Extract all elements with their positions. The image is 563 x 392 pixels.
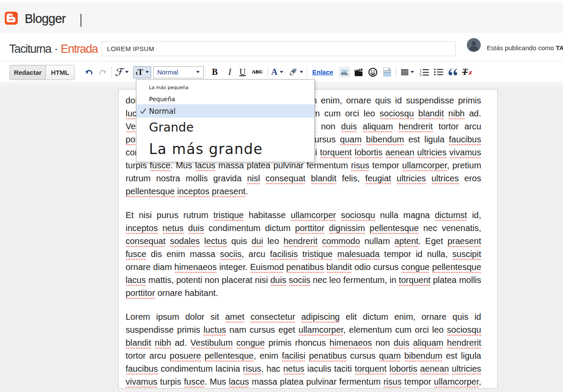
misspelled-word: quam [340, 135, 362, 145]
misspelled-word: netus [283, 364, 304, 375]
publishing-as-user: TAC [556, 44, 563, 51]
misspelled-word: inceptos [177, 186, 210, 197]
toolbar-separator [205, 67, 205, 78]
misspelled-word: himenaeos [330, 338, 372, 349]
misspelled-word: lacus [229, 377, 249, 388]
redo-icon [99, 69, 107, 75]
size-option-la-m-s-peque-a[interactable]: La más pequeña [136, 81, 314, 93]
misspelled-word: pellentesque [432, 262, 481, 273]
font-size-button[interactable]: tT [133, 66, 151, 78]
compose-mode-button[interactable]: Redactar [10, 65, 46, 80]
misspelled-word: nibh [155, 338, 171, 349]
brand-caret [81, 14, 81, 27]
undo-icon [85, 69, 93, 75]
blogger-logo-icon[interactable] [5, 12, 18, 25]
misspelled-word: nibh [448, 109, 465, 119]
misspelled-word: fusce [126, 249, 146, 260]
size-option-normal[interactable]: Normal [136, 104, 314, 118]
clear-formatting-button[interactable]: T ✗ [459, 67, 474, 77]
strikethrough-button[interactable]: ABC [248, 69, 266, 75]
misspelled-word: Vestibulum [191, 338, 233, 349]
numbered-list-icon: 1 2 3 [420, 68, 429, 76]
insert-emoji-icon [368, 67, 378, 77]
misspelled-word: aenean [385, 148, 414, 158]
misspelled-word: facilisis [270, 249, 298, 260]
font-family-icon: ℱ [115, 67, 123, 77]
undo-button[interactable] [81, 69, 96, 75]
misspelled-word: nisl [247, 174, 260, 184]
insert-video-icon [353, 67, 363, 77]
misspelled-word: fusce [184, 377, 205, 388]
insert-emoji-button[interactable] [366, 67, 380, 77]
dot-separator: · [54, 42, 58, 56]
text-background-button[interactable] [286, 68, 305, 76]
misspelled-word: risus [351, 161, 369, 171]
text-color-button[interactable]: A [270, 67, 285, 77]
blog-name[interactable]: Taciturna [9, 42, 51, 56]
misspelled-word: hendrerit [447, 338, 481, 349]
size-option-grande[interactable]: Grande [136, 118, 314, 137]
misspelled-word: torquent [399, 275, 430, 286]
chevron-down-icon [196, 71, 200, 73]
toolbar-separator [111, 67, 112, 78]
alignment-button[interactable] [400, 69, 415, 75]
misspelled-word: pellentesque [369, 223, 418, 234]
misspelled-word: hendrerit [398, 122, 433, 132]
redo-button[interactable] [96, 69, 110, 75]
misspelled-word: praesent [212, 186, 246, 197]
misspelled-word: himenaeos [175, 262, 217, 273]
align-justify-icon [401, 69, 408, 75]
brand-wordmark: Blogger [25, 12, 65, 25]
numbered-list-button[interactable]: 1 2 3 [417, 68, 432, 76]
underline-button[interactable]: U [237, 67, 248, 77]
misspelled-word: vivamus [126, 377, 157, 388]
misspelled-word: blandit [327, 262, 352, 273]
misspelled-word: inceptos [126, 223, 158, 234]
misspelled-word: duis [188, 223, 204, 234]
editor-paragraph: Et nisi purus rutrum tristique habitasse… [126, 209, 481, 299]
misspelled-word: luctus [204, 325, 226, 336]
misspelled-word: suscipit [452, 249, 481, 260]
misspelled-word: consectetur [250, 312, 295, 323]
insert-image-button[interactable] [337, 67, 351, 77]
post-title-input[interactable] [101, 41, 456, 56]
misspelled-word: praesent [447, 236, 481, 247]
html-mode-button[interactable]: HTML [46, 65, 74, 80]
misspelled-word: congue [401, 262, 430, 273]
misspelled-word: tristique [302, 249, 333, 260]
app-header: Blogger [0, 0, 563, 33]
insert-video-button[interactable] [351, 67, 366, 77]
highlight-marker-icon [289, 68, 298, 76]
editor-paragraph: Lorem ipsum dolor sit amet consectetur a… [126, 310, 481, 389]
misspelled-word: faucibus [126, 364, 158, 375]
paragraph-format-select[interactable]: Normal [153, 66, 204, 78]
blockquote-button[interactable] [446, 68, 459, 76]
misspelled-word: dui [252, 236, 263, 247]
font-family-button[interactable]: ℱ [113, 67, 130, 77]
misspelled-word: torquent [355, 364, 386, 375]
size-option-label: Grande [149, 120, 194, 135]
bullet-list-button[interactable] [432, 68, 446, 76]
mode-switch: Redactar HTML [10, 65, 74, 80]
insert-link-button[interactable]: Enlace [312, 68, 333, 76]
jump-break-icon [383, 67, 391, 77]
misspelled-word: tristique [214, 210, 244, 221]
misspelled-word: sociosqu [380, 109, 414, 119]
insert-jump-break-button[interactable] [380, 67, 395, 77]
misspelled-word: duis [394, 338, 410, 349]
chevron-down-icon [146, 71, 149, 73]
misspelled-word: facilisi [282, 351, 305, 362]
misspelled-word: adipiscing [301, 312, 340, 323]
misspelled-word: ultricies [452, 364, 481, 375]
misspelled-word: duis [270, 275, 286, 286]
bold-button[interactable]: B [207, 67, 223, 77]
italic-button[interactable]: I [223, 67, 237, 77]
insert-image-icon [339, 67, 350, 77]
misspelled-word: vivamus [450, 148, 481, 158]
avatar[interactable] [467, 38, 481, 52]
misspelled-word: faucibus [449, 135, 481, 145]
size-option-la-m-s-grande[interactable]: La más grande [136, 137, 314, 161]
size-option-peque-a[interactable]: Pequeña [136, 93, 314, 104]
misspelled-word: ultricies [397, 174, 426, 184]
misspelled-word: lobortis [355, 148, 382, 158]
